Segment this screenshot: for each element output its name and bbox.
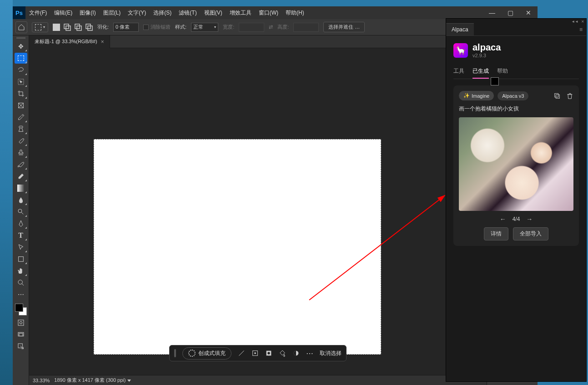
generated-image[interactable] bbox=[459, 117, 573, 211]
fill-icon[interactable] bbox=[279, 350, 286, 357]
menu-filter[interactable]: 滤镜(T) bbox=[175, 9, 200, 17]
style-select[interactable]: 正常▾ bbox=[191, 23, 218, 32]
feather-label: 羽化: bbox=[97, 24, 109, 30]
menu-select[interactable]: 选择(S) bbox=[150, 9, 175, 17]
svg-rect-10 bbox=[19, 126, 23, 128]
alpaca-logo-icon: 🦙 bbox=[453, 43, 468, 58]
menu-plugins[interactable]: 增效工具 bbox=[226, 9, 255, 17]
more-icon[interactable]: ⋯ bbox=[306, 350, 313, 357]
svg-rect-18 bbox=[19, 333, 23, 336]
deselect-button[interactable]: 取消选择 bbox=[320, 350, 342, 357]
frame-tool[interactable] bbox=[15, 100, 27, 111]
import-all-button[interactable]: 全部导入 bbox=[513, 227, 548, 240]
selection-subtract-icon[interactable] bbox=[75, 24, 82, 31]
menu-edit[interactable]: 编辑(E) bbox=[50, 9, 76, 17]
screenmode-toggle[interactable] bbox=[15, 329, 27, 340]
svg-rect-3 bbox=[77, 26, 81, 30]
move-tool[interactable]: ✥ bbox=[15, 41, 27, 52]
panel-close-icon[interactable]: ✕ bbox=[581, 20, 584, 22]
hand-tool[interactable] bbox=[15, 265, 27, 276]
quickmask-toggle[interactable] bbox=[15, 317, 27, 328]
menu-view[interactable]: 视图(V) bbox=[201, 9, 226, 17]
eraser-tool[interactable] bbox=[15, 171, 27, 182]
panel-menu-icon[interactable]: ≡ bbox=[576, 26, 586, 33]
selection-add-icon[interactable] bbox=[64, 24, 71, 31]
select-and-mask-button[interactable]: 选择并遮住 … bbox=[323, 22, 365, 32]
desktop-background bbox=[0, 0, 13, 385]
menu-layer[interactable]: 图层(L) bbox=[100, 9, 125, 17]
path-select-tool[interactable] bbox=[15, 242, 27, 253]
menu-window[interactable]: 窗口(W) bbox=[255, 9, 282, 17]
selection-intersect-icon[interactable] bbox=[85, 24, 93, 31]
adjust-icon[interactable] bbox=[251, 350, 259, 357]
object-select-tool[interactable] bbox=[15, 76, 27, 87]
svg-rect-13 bbox=[18, 257, 23, 262]
close-button[interactable]: ✕ bbox=[519, 7, 538, 19]
menu-image[interactable]: 图像(I) bbox=[76, 9, 99, 17]
canvas[interactable] bbox=[94, 139, 381, 355]
pen-tool[interactable] bbox=[15, 218, 27, 229]
toolbar-grip[interactable] bbox=[16, 37, 25, 40]
menu-file[interactable]: 文件(F) bbox=[25, 9, 50, 17]
alpaca-panel: ◄◄✕ Alpaca ≡ 🦙 alpaca v2.9.3 工具 已生成 帮助 ✨… bbox=[446, 18, 587, 382]
mask-icon[interactable] bbox=[265, 350, 272, 357]
imagine-chip[interactable]: ✨Imagine bbox=[459, 91, 494, 100]
invert-icon[interactable] bbox=[292, 350, 300, 357]
delete-icon[interactable] bbox=[566, 92, 573, 100]
minimize-button[interactable]: — bbox=[483, 7, 501, 19]
stamp-tool[interactable] bbox=[15, 147, 27, 158]
healing-tool[interactable] bbox=[15, 124, 27, 135]
menu-help[interactable]: 帮助(H) bbox=[282, 9, 308, 17]
canvas-area[interactable]: 创成式填充 ⋯ 取消选择 bbox=[29, 48, 487, 375]
svg-rect-25 bbox=[556, 95, 559, 98]
alpaca-name: alpaca bbox=[472, 42, 501, 53]
gradient-tool[interactable] bbox=[15, 183, 27, 194]
tool-preset[interactable]: ▾ bbox=[32, 22, 48, 32]
share-button[interactable] bbox=[15, 341, 27, 352]
brush-tool[interactable] bbox=[15, 135, 27, 146]
svg-point-14 bbox=[18, 280, 22, 284]
app-logo[interactable]: Ps bbox=[13, 6, 25, 19]
generation-card: ✨Imagine Alpaca v3 画一个抱着橘猫的小女孩 ← 4/4 → 详… bbox=[453, 85, 579, 246]
brush-icon[interactable] bbox=[238, 350, 245, 357]
document-tab-title: 未标题-1 @ 33.3%(RGB/8#) bbox=[35, 38, 97, 45]
document-close-icon[interactable]: × bbox=[101, 39, 104, 45]
generative-fill-button[interactable]: 创成式填充 bbox=[182, 347, 231, 360]
alpaca-window-tab[interactable]: Alpaca bbox=[446, 23, 474, 35]
svg-rect-4 bbox=[86, 24, 90, 29]
eyedropper-tool[interactable] bbox=[15, 112, 27, 123]
home-button[interactable] bbox=[15, 21, 27, 33]
alpaca-tab-generated[interactable]: 已生成 bbox=[472, 65, 489, 79]
history-brush-tool[interactable] bbox=[15, 159, 27, 170]
document-dimensions[interactable]: 1890 像素 x 1417 像素 (300 ppi) bbox=[54, 377, 131, 384]
edit-toolbar[interactable]: ⋯ bbox=[15, 289, 27, 300]
generative-icon bbox=[188, 350, 196, 357]
dodge-tool[interactable] bbox=[15, 206, 27, 217]
zoom-tool[interactable] bbox=[15, 277, 27, 288]
details-button[interactable]: 详情 bbox=[484, 227, 508, 240]
document-tab[interactable]: 未标题-1 @ 33.3%(RGB/8#) × bbox=[29, 35, 110, 48]
svg-point-21 bbox=[255, 353, 256, 354]
prev-image-button[interactable]: ← bbox=[500, 215, 506, 223]
blur-tool[interactable] bbox=[15, 195, 27, 205]
alpaca-tab-help[interactable]: 帮助 bbox=[497, 65, 508, 79]
antialias-checkbox[interactable]: 消除锯齿 bbox=[143, 24, 171, 30]
marquee-tool[interactable] bbox=[15, 53, 27, 64]
crop-tool[interactable] bbox=[15, 88, 27, 99]
menu-type[interactable]: 文字(Y) bbox=[124, 9, 150, 17]
alpaca-tab-tools[interactable]: 工具 bbox=[453, 65, 464, 79]
maximize-button[interactable]: ▢ bbox=[501, 7, 519, 19]
copy-icon[interactable] bbox=[553, 92, 561, 100]
panel-collapse-icon[interactable]: ◄◄ bbox=[571, 20, 578, 22]
model-chip[interactable]: Alpaca v3 bbox=[498, 91, 528, 100]
feather-input[interactable] bbox=[113, 23, 139, 32]
svg-point-16 bbox=[20, 321, 22, 324]
next-image-button[interactable]: → bbox=[526, 215, 533, 223]
lasso-tool[interactable] bbox=[15, 65, 27, 75]
color-swatches[interactable] bbox=[14, 303, 28, 316]
selection-new-icon[interactable] bbox=[53, 24, 60, 31]
zoom-level[interactable]: 33.33% bbox=[33, 378, 50, 383]
shape-tool[interactable] bbox=[15, 254, 27, 265]
taskbar-grip[interactable] bbox=[174, 349, 176, 357]
type-tool[interactable]: T bbox=[15, 230, 27, 241]
